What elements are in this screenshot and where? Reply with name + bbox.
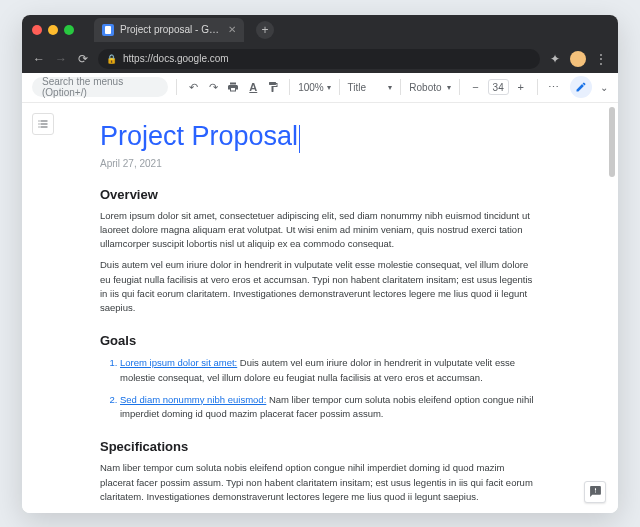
extensions-icon[interactable]: ✦ [548, 52, 562, 66]
chevron-down-icon: ▾ [447, 83, 451, 92]
paint-format-icon[interactable] [265, 77, 281, 97]
print-icon[interactable] [225, 77, 241, 97]
menu-icon[interactable]: ⋮ [594, 52, 608, 66]
font-size-field[interactable]: 34 [488, 79, 509, 95]
specifications-paragraph[interactable]: Nam liber tempor cum soluta nobis eleife… [100, 461, 540, 504]
editing-mode-button[interactable] [570, 76, 592, 98]
browser-tab[interactable]: Project proposal - Google Do ✕ [94, 18, 244, 42]
separator [537, 79, 538, 95]
heading-specifications[interactable]: Specifications [100, 439, 540, 454]
font-size-increase[interactable]: + [513, 77, 529, 97]
redo-icon[interactable]: ↷ [205, 77, 221, 97]
close-tab-icon[interactable]: ✕ [228, 24, 236, 35]
goals-list[interactable]: Lorem ipsum dolor sit amet: Duis autem v… [100, 356, 540, 421]
goal-link-2[interactable]: Sed diam nonummy nibh euismod: [120, 394, 266, 405]
goal-link-1[interactable]: Lorem ipsum dolor sit amet: [120, 357, 237, 368]
zoom-select[interactable]: 100% ▾ [298, 82, 331, 93]
list-item[interactable]: Sed diam nonummy nibh euismod: Nam liber… [120, 393, 540, 422]
chevron-down-icon: ▾ [327, 83, 331, 92]
list-item[interactable]: Lorem ipsum dolor sit amet: Duis autem v… [120, 356, 540, 385]
overview-paragraph-1[interactable]: Lorem ipsum dolor sit amet, consectetuer… [100, 209, 540, 252]
style-value: Title [348, 82, 367, 93]
menu-search-placeholder: Search the menus (Option+/) [42, 76, 158, 98]
separator [400, 79, 401, 95]
reload-icon[interactable]: ⟳ [76, 52, 90, 66]
doc-date[interactable]: April 27, 2021 [100, 158, 540, 169]
more-icon[interactable]: ⋯ [546, 77, 562, 97]
docs-toolbar: Search the menus (Option+/) ↶ ↷ A 100% ▾… [22, 73, 618, 103]
heading-overview[interactable]: Overview [100, 187, 540, 202]
back-icon[interactable]: ← [32, 52, 46, 66]
outline-toggle-icon[interactable] [32, 113, 54, 135]
undo-icon[interactable]: ↶ [185, 77, 201, 97]
document-page[interactable]: Project Proposal April 27, 2021 Overview… [90, 103, 550, 513]
profile-avatar[interactable] [570, 51, 586, 67]
overview-paragraph-2[interactable]: Duis autem vel eum iriure dolor in hendr… [100, 258, 540, 315]
spellcheck-icon[interactable]: A [245, 77, 261, 97]
font-size-value: 34 [493, 82, 504, 93]
font-select[interactable]: Roboto ▾ [409, 82, 450, 93]
font-size-decrease[interactable]: − [468, 77, 484, 97]
separator [339, 79, 340, 95]
chevron-down-icon: ▾ [388, 83, 392, 92]
minimize-window-button[interactable] [48, 25, 58, 35]
zoom-value: 100% [298, 82, 324, 93]
mode-chevron-icon[interactable]: ⌄ [600, 82, 608, 93]
separator [289, 79, 290, 95]
style-select[interactable]: Title ▾ [348, 82, 393, 93]
url-bar: ← → ⟳ 🔒 https://docs.google.com ✦ ⋮ [22, 45, 618, 73]
url-text: https://docs.google.com [123, 53, 229, 64]
text-cursor [299, 125, 300, 153]
forward-icon[interactable]: → [54, 52, 68, 66]
doc-title[interactable]: Project Proposal [100, 121, 298, 152]
close-window-button[interactable] [32, 25, 42, 35]
maximize-window-button[interactable] [64, 25, 74, 35]
document-surface: Project Proposal April 27, 2021 Overview… [22, 103, 618, 513]
doc-title-text: Project Proposal [100, 121, 298, 151]
explore-button[interactable] [584, 481, 606, 503]
menu-search[interactable]: Search the menus (Option+/) [32, 77, 168, 97]
heading-goals[interactable]: Goals [100, 333, 540, 348]
tab-title: Project proposal - Google Do [120, 24, 222, 35]
docs-favicon [102, 24, 114, 36]
address-field[interactable]: 🔒 https://docs.google.com [98, 49, 540, 69]
window-controls [32, 25, 74, 35]
browser-window: Project proposal - Google Do ✕ + ← → ⟳ 🔒… [22, 15, 618, 513]
separator [459, 79, 460, 95]
scrollbar-thumb[interactable] [609, 107, 615, 177]
titlebar: Project proposal - Google Do ✕ + [22, 15, 618, 45]
separator [176, 79, 177, 95]
font-value: Roboto [409, 82, 441, 93]
lock-icon: 🔒 [106, 54, 117, 64]
scrollbar-track[interactable] [609, 103, 615, 513]
new-tab-button[interactable]: + [256, 21, 274, 39]
